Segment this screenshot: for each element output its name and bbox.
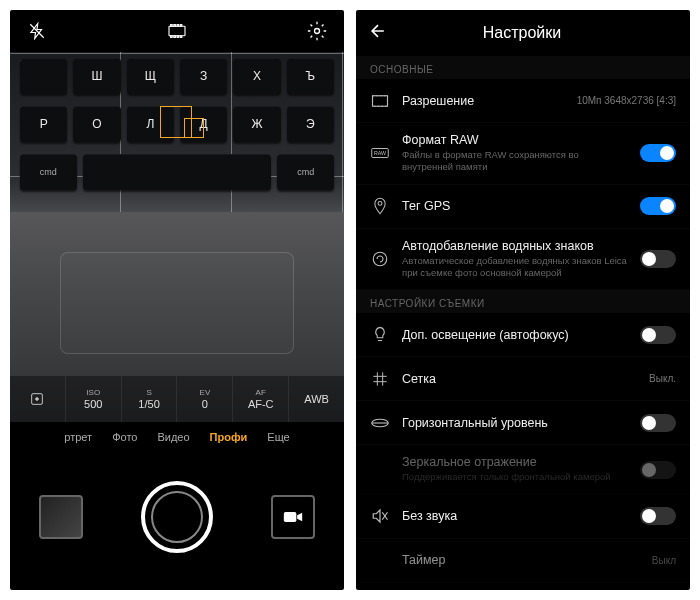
param-ev[interactable]: EV 0	[177, 376, 233, 422]
keyboard-key-cmd: cmd	[20, 154, 77, 190]
keyboard-key-space	[83, 154, 272, 190]
row-resolution[interactable]: Разрешение 10Мп 3648x2736 [4:3]	[356, 79, 690, 123]
shutter-button[interactable]	[141, 481, 213, 553]
row-timer[interactable]: Таймер Выкл	[356, 539, 690, 583]
param-value: 500	[84, 398, 102, 410]
settings-screen: Настройки ОСНОВНЫЕ Разрешение 10Мп 3648x…	[356, 10, 690, 590]
param-label: AF	[256, 388, 266, 397]
keyboard-key: З	[180, 58, 227, 94]
mode-video[interactable]: Видео	[157, 431, 189, 443]
row-title: Формат RAW	[402, 133, 628, 147]
viewfinder[interactable]: RAW Ш Щ З Х Ъ Р О Л Д Ж Э cmd cmd	[10, 52, 344, 422]
row-desc: Файлы в формате RAW сохраняются во внутр…	[402, 149, 628, 174]
keyboard-key-cmd: cmd	[277, 154, 334, 190]
gallery-thumbnail[interactable]	[39, 495, 83, 539]
toggle-watermark[interactable]	[640, 250, 676, 268]
row-title: Зеркальное отражение	[402, 455, 628, 469]
row-title: Сетка	[402, 372, 637, 386]
svg-rect-8	[177, 36, 179, 38]
row-af-light[interactable]: Доп. освещение (автофокус)	[356, 313, 690, 357]
svg-point-18	[378, 202, 382, 206]
film-icon[interactable]	[166, 20, 188, 42]
svg-rect-7	[174, 36, 176, 38]
svg-point-12	[36, 398, 39, 401]
svg-rect-9	[180, 36, 182, 38]
row-mute[interactable]: Без звука	[356, 495, 690, 539]
row-raw[interactable]: RAW Формат RAW Файлы в формате RAW сохра…	[356, 123, 690, 185]
svg-point-10	[315, 29, 320, 34]
param-label: S	[146, 388, 151, 397]
toggle-mirror	[640, 461, 676, 479]
row-title: Горизонтальный уровень	[402, 416, 628, 430]
row-title: Автодобавление водяных знаков	[402, 239, 628, 253]
keyboard-key: Ш	[73, 58, 120, 94]
param-wb[interactable]: AWB	[289, 376, 344, 422]
row-grid[interactable]: Сетка Выкл.	[356, 357, 690, 401]
param-value: 0	[202, 398, 208, 410]
param-af[interactable]: AF AF-C	[233, 376, 289, 422]
keyboard-key: Р	[20, 106, 67, 142]
row-title: Тег GPS	[402, 199, 628, 213]
row-title: Разрешение	[402, 94, 565, 108]
row-mirror: Зеркальное отражение Поддерживается толь…	[356, 445, 690, 494]
settings-header: Настройки	[356, 10, 690, 56]
keyboard-key: Ъ	[287, 58, 334, 94]
row-title: Доп. освещение (автофокус)	[402, 328, 628, 342]
row-value: Выкл.	[649, 373, 676, 384]
keyboard-key: О	[73, 106, 120, 142]
row-title: Без звука	[402, 509, 628, 523]
row-gps[interactable]: Тег GPS	[356, 185, 690, 229]
settings-list[interactable]: ОСНОВНЫЕ Разрешение 10Мп 3648x2736 [4:3]…	[356, 56, 690, 590]
svg-rect-1	[169, 26, 185, 36]
param-label: EV	[200, 388, 211, 397]
svg-rect-3	[174, 25, 176, 27]
camera-screen: RAW Ш Щ З Х Ъ Р О Л Д Ж Э cmd cmd	[10, 10, 344, 590]
switch-camera-button[interactable]	[271, 495, 315, 539]
keyboard-key: Ж	[233, 106, 280, 142]
section-header-shoot: НАСТРОЙКИ СЪЕМКИ	[356, 290, 690, 313]
param-shutter[interactable]: S 1/50	[122, 376, 178, 422]
toggle-af-light[interactable]	[640, 326, 676, 344]
row-watermark[interactable]: Автодобавление водяных знаков Автоматиче…	[356, 229, 690, 291]
mode-photo[interactable]: Фото	[112, 431, 137, 443]
row-desc: Поддерживается только фронтальной камеро…	[402, 471, 628, 483]
camera-topbar	[10, 10, 344, 52]
row-level[interactable]: Горизонтальный уровень	[356, 401, 690, 445]
svg-rect-13	[284, 512, 297, 522]
mode-selector[interactable]: ртрет Фото Видео Профи Еще	[10, 422, 344, 452]
svg-rect-4	[177, 25, 179, 27]
row-title: Таймер	[402, 553, 640, 567]
svg-rect-6	[171, 36, 173, 38]
toggle-gps[interactable]	[640, 197, 676, 215]
param-metering[interactable]	[10, 376, 66, 422]
location-icon	[370, 197, 390, 215]
param-iso[interactable]: ISO 500	[66, 376, 122, 422]
param-value: AWB	[304, 393, 329, 405]
row-value: Выкл	[652, 555, 676, 566]
mode-more[interactable]: Еще	[267, 431, 289, 443]
svg-text:RAW: RAW	[374, 151, 386, 157]
toggle-level[interactable]	[640, 414, 676, 432]
svg-rect-5	[180, 25, 182, 27]
mode-pro[interactable]: Профи	[210, 431, 248, 443]
keyboard-key: Х	[233, 58, 280, 94]
gear-icon[interactable]	[306, 20, 328, 42]
toggle-mute[interactable]	[640, 507, 676, 525]
svg-rect-15	[373, 95, 388, 106]
svg-rect-2	[171, 25, 173, 27]
row-desc: Автоматическое добавление водяных знаков…	[402, 255, 628, 280]
mute-icon	[370, 508, 390, 524]
section-header-main: ОСНОВНЫЕ	[356, 56, 690, 79]
keyboard-key	[20, 58, 67, 94]
focus-indicator	[184, 118, 204, 138]
pro-params-bar: ISO 500 S 1/50 EV 0 AF AF-C AWB	[10, 376, 344, 422]
back-icon[interactable]	[368, 21, 388, 45]
grid-icon	[370, 371, 390, 387]
flash-icon[interactable]	[26, 20, 48, 42]
raw-icon: RAW	[370, 147, 390, 159]
level-icon	[370, 417, 390, 429]
toggle-raw[interactable]	[640, 144, 676, 162]
mode-portrait[interactable]: ртрет	[64, 431, 92, 443]
resolution-icon	[370, 94, 390, 108]
row-value: 10Мп 3648x2736 [4:3]	[577, 95, 676, 106]
